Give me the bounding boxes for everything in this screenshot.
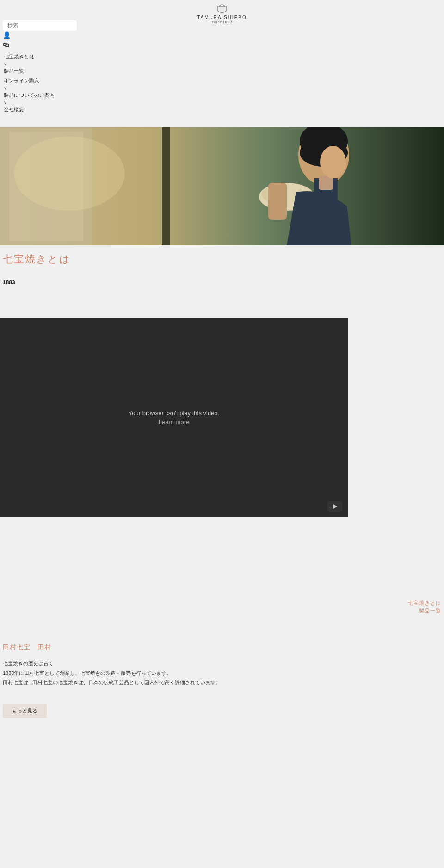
bottom-section-title: 田村七宝 田村 (3, 643, 51, 652)
logo-since-text: since1883 (211, 20, 232, 24)
search-bar[interactable] (3, 20, 77, 31)
side-navigation: 七宝焼きとは ∨ 製品一覧 オンライン購入 ∨ 製品についてのご案内 ∨ 会社概… (0, 52, 92, 115)
youtube-icon[interactable] (327, 501, 342, 512)
nav-item-guide[interactable]: 製品についてのご案内 (0, 90, 92, 100)
year-label: 1883 (3, 278, 15, 286)
bottom-text-area: 七宝焼きの歴史は古く 1883年に田村七宝として創業し、七宝焼きの製造・販売を行… (3, 660, 299, 688)
right-link-1[interactable]: 七宝焼きとは (408, 599, 444, 606)
search-input[interactable] (7, 22, 72, 29)
nav-item-products[interactable]: 製品一覧 (0, 66, 92, 76)
svg-point-17 (14, 137, 125, 211)
bottom-text-line3: 田村七宝は...田村七宝の七宝焼きは、日本の伝統工芸品として国内外で高く評価され… (3, 679, 299, 687)
logo-diamond-icon (217, 4, 227, 14)
hero-image (0, 127, 444, 245)
nav-chevron-2[interactable]: ∨ (0, 86, 92, 90)
nav-chevron-3[interactable]: ∨ (0, 100, 92, 105)
hero-svg (0, 127, 444, 245)
logo-area: TAMURA SHIPPO since1883 (197, 4, 247, 24)
nav-item-company[interactable]: 会社概要 (0, 105, 92, 114)
nav-item-about[interactable]: 七宝焼きとは (0, 52, 92, 62)
video-player[interactable]: Your browser can't play this video. Lear… (0, 318, 348, 517)
logo-brand-text: TAMURA SHIPPO (197, 15, 247, 20)
youtube-play-icon (333, 504, 337, 509)
section-title: 七宝焼きとは (3, 252, 71, 266)
right-link-2[interactable]: 製品一覧 (419, 607, 444, 614)
nav-icons: 👤 🛍 (3, 31, 11, 48)
svg-point-10 (320, 146, 346, 178)
bottom-text-line1: 七宝焼きの歴史は古く (3, 660, 299, 668)
right-links-section: 七宝焼きとは 製品一覧 (408, 599, 444, 614)
video-message: Your browser can't play this video. (129, 410, 219, 417)
nav-item-online[interactable]: オンライン購入 (0, 76, 92, 86)
nav-group-1: 七宝焼きとは ∨ 製品一覧 オンライン購入 ∨ 製品についてのご案内 ∨ 会社概… (0, 52, 92, 114)
svg-rect-13 (268, 183, 287, 220)
bottom-text-line2: 1883年に田村七宝として創業し、七宝焼きの製造・販売を行っています。 (3, 669, 299, 678)
bag-icon[interactable]: 🛍 (3, 41, 11, 48)
video-learn-more-link[interactable]: Learn more (159, 418, 189, 425)
read-more-button[interactable]: もっと見る (3, 704, 47, 718)
nav-chevron-1[interactable]: ∨ (0, 62, 92, 66)
svg-rect-16 (162, 127, 170, 245)
user-icon[interactable]: 👤 (3, 31, 11, 39)
